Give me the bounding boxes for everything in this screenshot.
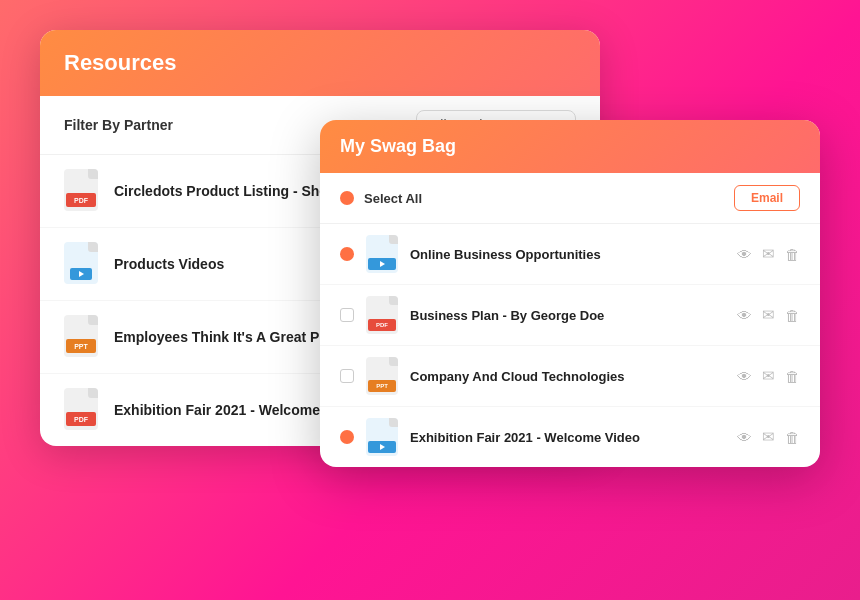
swag-item-actions: 👁 ✉ 🗑 [737, 306, 800, 324]
swag-item-name: Exhibition Fair 2021 - Welcome Video [410, 430, 737, 445]
file-icon-pdf: PDF [64, 388, 100, 432]
resources-header: Resources [40, 30, 600, 96]
swag-checkbox-filled[interactable] [340, 247, 354, 261]
swag-checkbox[interactable] [340, 308, 354, 322]
swag-bag-panel: My Swag Bag Select All Email Online Busi… [320, 120, 820, 467]
delete-icon[interactable]: 🗑 [785, 246, 800, 263]
swag-bag-title: My Swag Bag [340, 136, 456, 156]
swag-file-tag [368, 258, 396, 270]
swag-file-icon-ppt: PPT [366, 357, 398, 395]
view-icon[interactable]: 👁 [737, 429, 752, 446]
swag-item-actions: 👁 ✉ 🗑 [737, 428, 800, 446]
file-icon-video [64, 242, 100, 286]
filter-label: Filter By Partner [64, 117, 173, 133]
swag-item-actions: 👁 ✉ 🗑 [737, 367, 800, 385]
swag-file-tag: PPT [368, 380, 396, 392]
email-icon[interactable]: ✉ [762, 367, 775, 385]
view-icon[interactable]: 👁 [737, 368, 752, 385]
swag-checkbox-filled[interactable] [340, 430, 354, 444]
swag-item: Online Business Opportunities 👁 ✉ 🗑 [320, 224, 820, 285]
swag-item: PPT Company And Cloud Technologies 👁 ✉ 🗑 [320, 346, 820, 407]
swag-file-icon-pdf: PDF [366, 296, 398, 334]
delete-icon[interactable]: 🗑 [785, 368, 800, 385]
swag-file-tag: PDF [368, 319, 396, 331]
swag-file-icon-video [366, 418, 398, 456]
email-button[interactable]: Email [734, 185, 800, 211]
play-icon [79, 271, 84, 277]
swag-item-name: Online Business Opportunities [410, 247, 737, 262]
select-all-left: Select All [340, 191, 422, 206]
swag-item-name: Company And Cloud Technologies [410, 369, 737, 384]
delete-icon[interactable]: 🗑 [785, 307, 800, 324]
swag-file-icon-video [366, 235, 398, 273]
select-all-label: Select All [364, 191, 422, 206]
swag-item: PDF Business Plan - By George Doe 👁 ✉ 🗑 [320, 285, 820, 346]
file-tag: PDF [66, 193, 96, 207]
email-icon[interactable]: ✉ [762, 428, 775, 446]
swag-item-actions: 👁 ✉ 🗑 [737, 245, 800, 263]
resources-title: Resources [64, 50, 177, 75]
swag-item: Exhibition Fair 2021 - Welcome Video 👁 ✉… [320, 407, 820, 467]
select-all-row: Select All Email [320, 173, 820, 224]
swag-item-name: Business Plan - By George Doe [410, 308, 737, 323]
delete-icon[interactable]: 🗑 [785, 429, 800, 446]
swag-file-tag [368, 441, 396, 453]
view-icon[interactable]: 👁 [737, 246, 752, 263]
email-icon[interactable]: ✉ [762, 306, 775, 324]
email-icon[interactable]: ✉ [762, 245, 775, 263]
file-icon-ppt: PPT [64, 315, 100, 359]
file-tag: PDF [66, 412, 96, 426]
file-icon-pdf: PDF [64, 169, 100, 213]
swag-header: My Swag Bag [320, 120, 820, 173]
view-icon[interactable]: 👁 [737, 307, 752, 324]
select-all-dot[interactable] [340, 191, 354, 205]
file-tag: PPT [66, 339, 96, 353]
swag-checkbox[interactable] [340, 369, 354, 383]
play-overlay [70, 268, 92, 280]
